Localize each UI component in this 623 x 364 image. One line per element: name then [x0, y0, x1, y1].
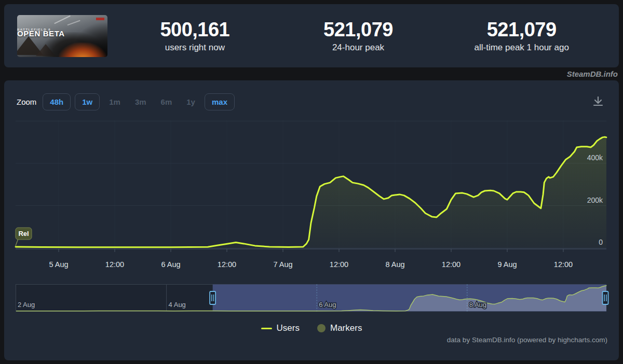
navigator-label: 6 Aug [319, 301, 336, 309]
x-axis-label: 12:00 [442, 260, 461, 269]
peak-24h-label: 24-hour peak [332, 43, 384, 52]
x-axis-label: 12:00 [105, 260, 124, 269]
chart-legend: UsersMarkers [4, 323, 619, 333]
y-axis-label: 400k [587, 153, 603, 162]
player-stats: 500,161 users right now 521,079 24-hour … [113, 4, 603, 67]
x-axis-label: 12:00 [218, 260, 236, 269]
game-capsule-image[interactable]: BATTLEFIELD 6 OPEN BETA [17, 15, 107, 57]
app-stats-panel: BATTLEFIELD 6 OPEN BETA 500,161 users ri… [4, 4, 619, 67]
chart-credits: data by SteamDB.info (powered by highcha… [447, 336, 607, 344]
contrail-decoration [54, 16, 70, 24]
legend-item-users[interactable]: Users [261, 323, 300, 333]
x-axis-label: 6 Aug [161, 260, 180, 269]
x-axis-label: 8 Aug [385, 260, 404, 269]
legend-label: Markers [330, 323, 362, 333]
chart-panel: Zoom 48h1w1m3m6m1ymax 5 Aug12:006 Aug12:… [4, 80, 619, 360]
x-axis-label: 12:00 [330, 260, 348, 269]
x-axis-label: 12:00 [554, 260, 573, 269]
player-count-chart[interactable]: 5 Aug12:006 Aug12:007 Aug12:008 Aug12:00… [4, 80, 619, 360]
red-logo-mark [96, 18, 104, 20]
x-axis-label: 7 Aug [273, 260, 292, 269]
legend-item-markers[interactable]: Markers [317, 323, 362, 333]
stat-24h-peak: 521,079 24-hour peak [277, 4, 440, 67]
steamdb-watermark: SteamDB.info [4, 67, 619, 80]
alltime-peak-value: 521,079 [487, 20, 557, 39]
alltime-peak-label: all-time peak 1 hour ago [474, 43, 568, 52]
navigator-label: 4 Aug [169, 301, 186, 309]
flag-tether [16, 240, 18, 246]
stat-alltime-peak: 521,079 all-time peak 1 hour ago [440, 4, 603, 67]
legend-label: Users [277, 323, 300, 333]
legend-marker-swatch [317, 324, 326, 332]
current-players-label: users right now [165, 43, 225, 52]
x-axis-label: 5 Aug [49, 260, 68, 269]
legend-line-swatch [261, 328, 272, 329]
current-players-value: 500,161 [160, 20, 229, 39]
navigator-label: 8 Aug [469, 301, 486, 309]
banner-game-subtitle: OPEN BETA [17, 29, 65, 38]
fire-decoration [59, 43, 106, 57]
navigator-handle-right[interactable] [603, 291, 608, 304]
peak-24h-value: 521,079 [323, 20, 393, 39]
y-axis-label: 0 [599, 238, 603, 246]
navigator-label: 2 Aug [18, 301, 35, 309]
stat-current-players: 500,161 users right now [113, 4, 277, 67]
navigator-handle-left[interactable] [210, 291, 215, 304]
release-flag-label: Rel [18, 230, 29, 237]
x-axis-label: 9 Aug [497, 260, 517, 269]
y-axis-label: 200k [587, 196, 603, 204]
